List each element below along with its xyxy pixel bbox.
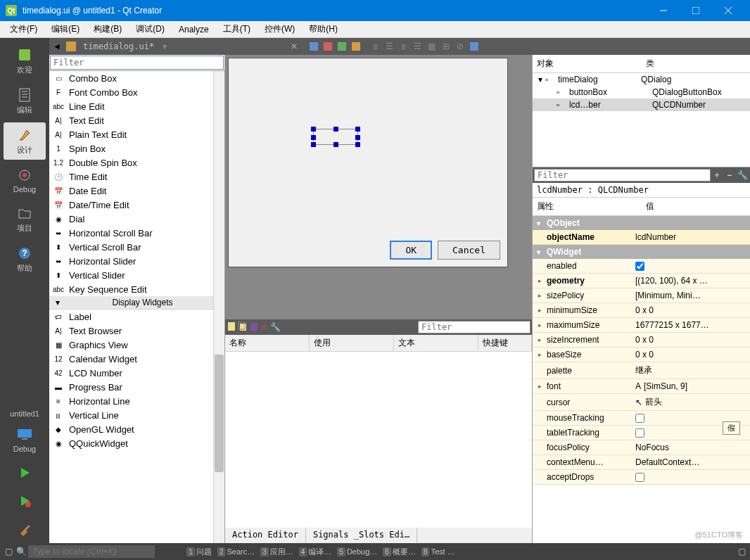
nav-help[interactable]: ? 帮助	[4, 241, 46, 278]
layout-vertical-icon[interactable]: ☰	[383, 40, 396, 53]
object-row[interactable]: ▫buttonBoxQDialogButtonBox	[533, 86, 750, 98]
wrench-icon[interactable]: 🔧	[736, 169, 749, 182]
menu-edit[interactable]: 编辑(E)	[44, 22, 87, 37]
widget-item[interactable]: 📅Date Edit	[49, 184, 224, 198]
widget-item[interactable]: ⬌Horizontal Slider	[49, 254, 224, 268]
object-inspector[interactable]: 对象 类 ▾▫timeDialogQDialog▫buttonBoxQDialo…	[533, 55, 750, 167]
widget-item[interactable]: 🕐Time Edit	[49, 170, 224, 184]
property-row[interactable]: ▸baseSize0 x 0	[533, 348, 750, 362]
maximize-button[interactable]	[680, 0, 712, 21]
close-button[interactable]	[712, 0, 744, 21]
widget-category-display[interactable]: ▾ Display Widgets	[49, 296, 224, 310]
widget-item[interactable]: 📅Date/Time Edit	[49, 198, 224, 212]
edit-signals-icon[interactable]	[322, 40, 334, 53]
nav-run-button[interactable]	[4, 460, 46, 485]
widget-item[interactable]: ⬍Vertical Scroll Bar	[49, 240, 224, 254]
property-checkbox[interactable]	[635, 473, 644, 482]
widget-scrollbar[interactable]	[213, 71, 224, 543]
menu-widgets[interactable]: 控件(W)	[258, 22, 302, 37]
property-checkbox[interactable]	[635, 428, 644, 438]
resize-handle-nw[interactable]	[311, 127, 316, 132]
widget-item[interactable]: ⬍Vertical Slider	[49, 268, 224, 282]
property-row[interactable]: acceptDrops	[533, 470, 750, 485]
current-file-label[interactable]: timedialog.ui*	[79, 42, 158, 51]
resize-handle-s[interactable]	[333, 142, 338, 147]
layout-horizontal-icon[interactable]: ⫼	[369, 40, 382, 53]
layout-vertical-splitter-icon[interactable]: ☰	[412, 40, 424, 53]
nav-back-icon[interactable]: ◄	[51, 40, 63, 53]
wrench-icon[interactable]: 🔧	[270, 322, 281, 332]
widget-item[interactable]: 12Calendar Widget	[49, 352, 224, 366]
resize-handle-n[interactable]	[333, 127, 338, 132]
property-row[interactable]: ▸sizePolicy[Minimum, Mini…	[533, 288, 750, 303]
widget-item[interactable]: 1.2Double Spin Box	[49, 155, 224, 170]
expand-icon[interactable]: ▸	[538, 307, 547, 314]
status-panel-button[interactable]: 4编译…	[298, 547, 333, 557]
prop-header-value[interactable]: 值	[642, 198, 751, 215]
status-panel-button[interactable]: 5Debug…	[336, 547, 379, 557]
obj-header-object[interactable]: 对象	[533, 55, 642, 72]
nav-debug[interactable]: Debug	[4, 163, 46, 198]
menu-file[interactable]: 文件(F)	[3, 22, 44, 37]
expand-icon[interactable]: ▸	[538, 322, 547, 329]
property-checkbox[interactable]	[635, 262, 644, 271]
resize-handle-e[interactable]	[355, 135, 360, 140]
object-row[interactable]: ▾▫timeDialogQDialog	[533, 73, 750, 86]
edit-tab-order-icon[interactable]	[350, 40, 362, 53]
widget-item[interactable]: 1Spin Box	[49, 141, 224, 155]
property-row[interactable]: contextMenu…DefaultContext…	[533, 455, 750, 470]
layout-horizontal-splitter-icon[interactable]: ⫼	[398, 40, 410, 53]
layout-grid-icon[interactable]: ▦	[426, 40, 438, 53]
property-row[interactable]: mouseTracking	[533, 411, 750, 426]
status-panel-button[interactable]: 1问题	[185, 547, 213, 557]
nav-design[interactable]: 设计	[4, 122, 46, 160]
menu-help[interactable]: 帮助(H)	[302, 22, 345, 37]
status-panel-button[interactable]: 6概要…	[381, 547, 417, 557]
nav-project[interactable]: 项目	[4, 201, 46, 238]
property-row[interactable]: cursor↖ 箭头	[533, 394, 750, 411]
delete-action-icon[interactable]: ✕	[260, 322, 267, 332]
action-col-text[interactable]: 文本	[394, 335, 478, 351]
nav-build-button[interactable]	[4, 516, 46, 542]
property-filter-input[interactable]	[534, 169, 711, 182]
widget-item[interactable]: ⫼Vertical Line	[49, 408, 224, 422]
property-row[interactable]: tabletTracking	[533, 426, 750, 440]
edit-buddies-icon[interactable]	[336, 40, 348, 53]
widget-item[interactable]: ◉Dial	[49, 212, 224, 226]
close-file-icon[interactable]: ✕	[288, 40, 300, 53]
expand-icon[interactable]: ▸	[538, 351, 547, 358]
action-table[interactable]: 名称 使用 文本 快捷键	[225, 335, 532, 528]
remove-property-icon[interactable]: −	[723, 169, 736, 182]
widget-item[interactable]: ◆OpenGL Widget	[49, 422, 224, 436]
widget-item[interactable]: abcLine Edit	[49, 99, 224, 113]
property-row[interactable]: ▸minimumSize0 x 0	[533, 303, 750, 318]
obj-header-class[interactable]: 类	[642, 55, 751, 72]
widget-item[interactable]: ▭Combo Box	[49, 71, 224, 85]
resize-handle-se[interactable]	[355, 142, 360, 147]
tab-signals-slots[interactable]: Signals _Slots Edi…	[306, 528, 417, 543]
widget-item[interactable]: ▬Progress Bar	[49, 380, 224, 394]
object-row[interactable]: ▫lcd…berQLCDNumber	[533, 98, 750, 111]
action-col-name[interactable]: 名称	[225, 335, 310, 351]
widget-item[interactable]: ⬌Horizontal Scroll Bar	[49, 226, 224, 240]
break-layout-icon[interactable]: ⊘	[454, 40, 466, 53]
property-row[interactable]: enabled	[533, 259, 750, 274]
widget-item[interactable]: 42LCD Number	[49, 366, 224, 380]
expand-icon[interactable]: ▸	[538, 383, 547, 390]
menu-tools[interactable]: 工具(T)	[216, 22, 258, 37]
property-row[interactable]: objectNamelcdNumber	[533, 230, 750, 245]
layout-form-icon[interactable]: ⊞	[440, 40, 452, 53]
widget-item[interactable]: abcKey Sequence Edit	[49, 282, 224, 296]
locator-input[interactable]	[28, 545, 155, 558]
add-property-icon[interactable]: +	[711, 169, 723, 182]
minimize-button[interactable]	[647, 0, 680, 21]
property-group-header[interactable]: ▾QWidget	[533, 245, 750, 259]
edit-widgets-icon[interactable]	[307, 40, 320, 53]
nav-edit[interactable]: 编辑	[4, 82, 46, 120]
property-group-header[interactable]: ▾QObject	[533, 216, 750, 230]
expand-icon[interactable]: ▸	[538, 336, 547, 343]
resize-handle-sw[interactable]	[311, 142, 316, 147]
resize-handle-ne[interactable]	[355, 127, 360, 132]
status-panel-button[interactable]: 2Searc…	[216, 547, 256, 557]
widget-item[interactable]: ▦Graphics View	[49, 338, 224, 352]
